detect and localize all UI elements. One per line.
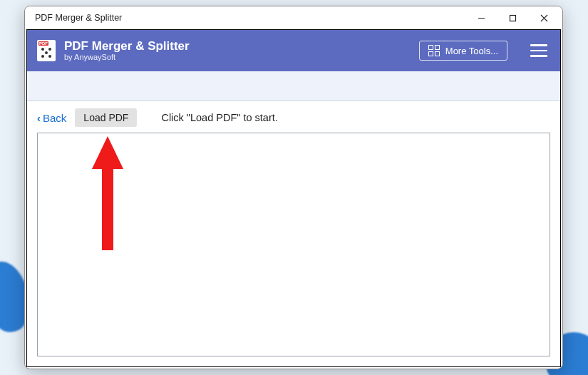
titlebar: PDF Merger & Splitter [25, 6, 562, 29]
chevron-left-icon: ‹ [37, 112, 41, 124]
app-title-block: PDF Merger & Splitter by AnywaySoft [64, 39, 190, 62]
app-body: PDF Merger & Splitter by AnywaySoft More… [26, 29, 561, 367]
close-icon [540, 14, 548, 22]
window-title: PDF Merger & Splitter [35, 13, 465, 23]
hamburger-icon [530, 44, 547, 46]
app-title: PDF Merger & Splitter [64, 39, 190, 53]
maximize-button[interactable] [497, 7, 528, 29]
close-button[interactable] [528, 7, 559, 29]
hint-text: Click "Load PDF" to start. [161, 112, 277, 123]
more-tools-button[interactable]: More Tools... [419, 41, 507, 61]
annotation-arrow-icon [92, 136, 123, 250]
load-pdf-button[interactable]: Load PDF [75, 108, 137, 127]
svg-marker-4 [92, 136, 123, 250]
grid-icon [428, 45, 440, 56]
minimize-button[interactable] [465, 7, 497, 29]
back-label: Back [43, 112, 66, 124]
app-window: PDF Merger & Splitter PDF Merger & Split… [24, 6, 563, 369]
window-controls [465, 7, 559, 29]
app-header: PDF Merger & Splitter by AnywaySoft More… [27, 30, 560, 71]
maximize-icon [509, 14, 517, 22]
minimize-icon [478, 14, 485, 22]
pdf-canvas-area [37, 133, 550, 356]
svg-rect-1 [510, 15, 515, 21]
more-tools-label: More Tools... [445, 46, 498, 56]
back-link[interactable]: ‹ Back [37, 112, 66, 124]
app-logo-icon [37, 40, 56, 61]
menu-button[interactable] [527, 41, 550, 60]
app-subtitle: by AnywaySoft [64, 53, 190, 62]
sub-header-band [27, 71, 560, 101]
action-row: ‹ Back Load PDF Click "Load PDF" to star… [27, 101, 560, 133]
